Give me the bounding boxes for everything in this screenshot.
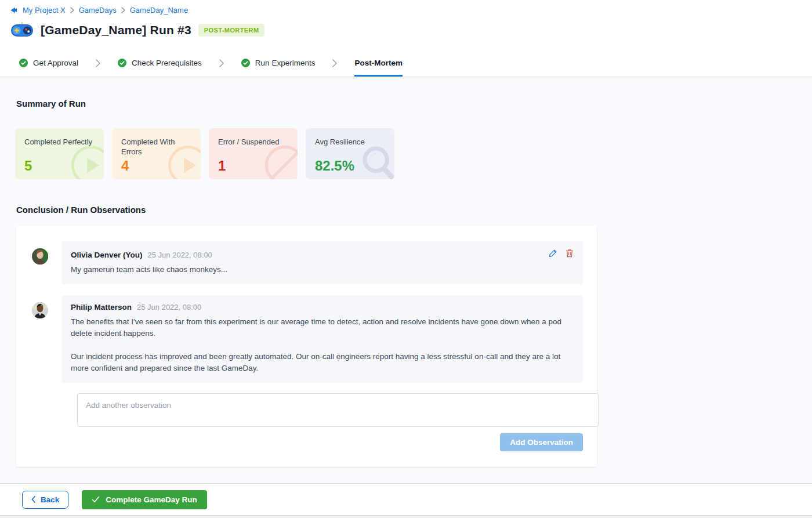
back-button-label: Back [41,495,59,504]
avatar [32,248,48,265]
back-button[interactable]: Back [22,491,68,509]
play-circle-icon [69,143,104,179]
comment-author: Olivia Denver (You) [71,251,143,259]
observations-heading: Conclusion / Run Observations [16,205,812,215]
comment-bubble: Olivia Denver (You) 25 Jun 2022, 08:00 [61,241,583,284]
comment-text: The benefits that I've seen so far from … [71,316,574,374]
tab-label: Run Experiments [255,59,316,67]
tab-run-experiments[interactable]: Run Experiments [241,49,316,77]
stat-label: Completed Perfectly [24,137,95,147]
trash-icon [566,249,574,258]
tab-post-mortem[interactable]: Post-Mortem [354,49,403,77]
complete-button-label: Complete GameDay Run [106,495,197,504]
chevron-right-icon [332,49,337,77]
delete-comment-button[interactable] [566,249,574,258]
page-header: My Project X GameDays GameDay_Name [Game… [0,0,812,49]
stat-card-completed-perfectly: Completed Perfectly 5 [15,128,104,179]
tab-get-approval[interactable]: Get Approval [19,49,78,77]
gamepad-icon [10,21,34,39]
tab-label: Post-Mortem [354,59,403,67]
chevron-right-icon [219,49,224,77]
stat-value: 1 [218,158,226,174]
tab-label: Get Approval [33,59,78,67]
stat-label: Error / Suspended [218,137,288,147]
observations-card: Olivia Denver (You) 25 Jun 2022, 08:00 [16,226,597,467]
add-observation-button[interactable]: Add Observation [500,433,583,451]
chevron-right-icon [121,7,125,13]
step-tabbar: Get Approval Check Prerequisites Run Exp… [0,49,812,77]
comment-timestamp: 25 Jun 2022, 08:00 [148,251,212,259]
comment-author: Philip Matterson [71,303,132,311]
pencil-icon [549,249,557,258]
app-logo-icon [9,6,18,15]
avatar [32,302,48,318]
stat-label: Avg Resilience [315,137,385,147]
complete-gameday-run-button[interactable]: Complete GameDay Run [82,490,207,509]
comment-row: Olivia Denver (You) 25 Jun 2022, 08:00 [32,241,583,284]
comment-timestamp: 25 Jun 2022, 08:00 [137,303,201,311]
chevron-right-icon [96,49,100,77]
breadcrumb-item-gameday-name[interactable]: GameDay_Name [130,6,188,15]
edit-comment-button[interactable] [549,249,557,258]
tab-check-prerequisites[interactable]: Check Prerequisites [118,49,202,77]
comment-text: My gamerun team acts like chaos monkeys.… [71,264,574,276]
stat-value: 82.5% [315,158,354,174]
bottom-strip [0,515,812,518]
breadcrumb-item-project[interactable]: My Project X [23,6,66,15]
stat-label: Completed With Errors [121,137,191,157]
check-circle-icon [19,59,28,67]
page-title: [GameDay_Name] Run #3 [41,23,191,37]
chevron-right-icon [70,7,74,13]
stat-card-completed-with-errors: Completed With Errors 4 [112,128,201,179]
add-observation-input[interactable] [77,393,599,427]
summary-heading: Summary of Run [16,99,812,108]
status-badge: POST-MORTERM [198,24,265,37]
comment-bubble: Philip Matterson 25 Jun 2022, 08:00 The … [61,295,583,383]
main-content: Summary of Run Completed Perfectly 5 Com… [0,77,812,483]
magnifier-icon [358,144,394,179]
stat-card-error-suspended: Error / Suspended 1 [209,128,298,179]
stat-value: 5 [24,158,32,174]
ban-circle-icon [263,143,298,179]
summary-cards: Completed Perfectly 5 Completed With Err… [15,128,812,179]
breadcrumb-item-gamedays[interactable]: GameDays [79,6,117,15]
chevron-left-icon [31,496,35,503]
check-icon [92,496,100,503]
tab-label: Check Prerequisites [132,59,202,67]
comment-row: Philip Matterson 25 Jun 2022, 08:00 The … [32,295,583,383]
breadcrumb: My Project X GameDays GameDay_Name [9,6,812,15]
check-circle-icon [241,59,250,67]
stat-card-avg-resilience: Avg Resilience 82.5% [306,128,394,179]
stat-value: 4 [121,158,129,174]
check-circle-icon [118,59,126,67]
footer-bar: Back Complete GameDay Run [0,483,812,515]
